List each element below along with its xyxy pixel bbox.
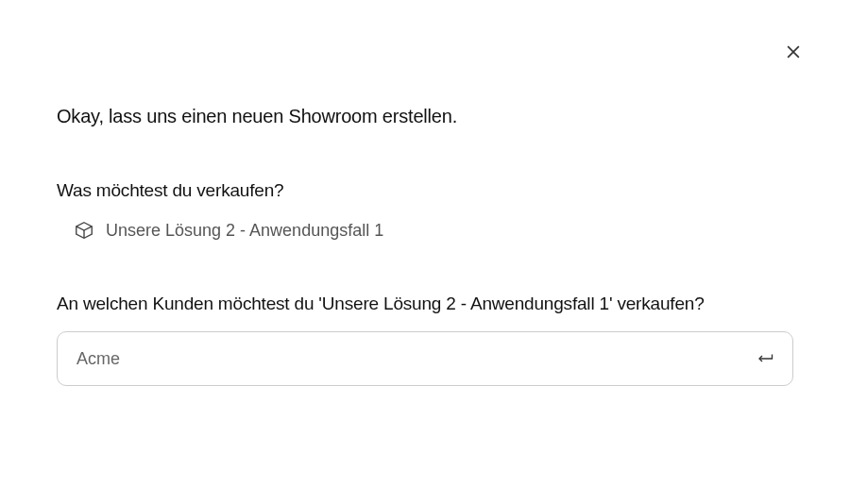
package-icon <box>74 220 94 241</box>
close-icon <box>784 42 803 64</box>
customer-input-wrapper <box>57 331 793 386</box>
solution-name: Unsere Lösung 2 - Anwendungsfall 1 <box>106 221 383 241</box>
page-title: Okay, lass uns einen neuen Showroom erst… <box>57 106 793 127</box>
sell-question-label: Was möchtest du verkaufen? <box>57 180 793 201</box>
customer-question-label: An welchen Kunden möchtest du 'Unsere Lö… <box>57 294 793 314</box>
customer-input[interactable] <box>57 331 793 386</box>
selected-solution[interactable]: Unsere Lösung 2 - Anwendungsfall 1 <box>57 220 793 241</box>
dialog-content: Okay, lass uns einen neuen Showroom erst… <box>0 0 850 386</box>
close-button[interactable] <box>782 42 805 64</box>
